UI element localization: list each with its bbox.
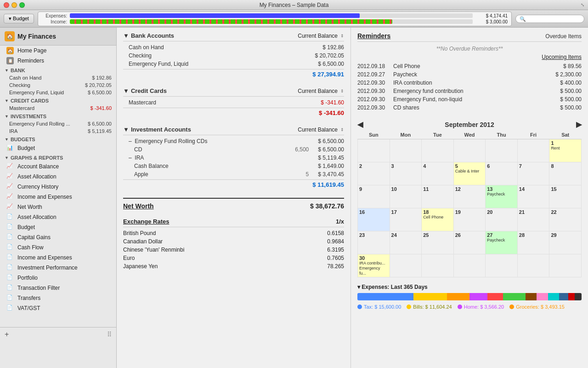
sidebar-item-incomeexpenses[interactable]: 📈 Income and Expenses bbox=[0, 192, 116, 202]
sidebar-item-cashflow[interactable]: 📄 Cash Flow bbox=[0, 242, 116, 253]
close-button[interactable] bbox=[4, 2, 9, 8]
bank-sort-icon[interactable]: ⇕ bbox=[340, 34, 344, 38]
cal-cell-12[interactable]: 12 bbox=[453, 185, 486, 208]
sidebar-item-budget2[interactable]: 📄 Budget bbox=[0, 222, 116, 232]
investment-sort-icon[interactable]: ⇕ bbox=[340, 127, 344, 132]
ef-dash: – Emergency Fund Rolling CDs bbox=[129, 138, 207, 144]
exchange-jpy[interactable]: Japanese Yen 78.265 bbox=[123, 262, 344, 270]
cal-cell-18[interactable]: 18Cell Phone bbox=[422, 208, 454, 231]
add-button[interactable]: + bbox=[5, 330, 9, 339]
cd-row[interactable]: CD 6,500 $ 6,500.00 bbox=[123, 145, 344, 154]
cal-cell[interactable] bbox=[358, 139, 390, 162]
cal-cell-17[interactable]: 17 bbox=[390, 208, 422, 231]
sidebar-item-transfers[interactable]: 📄 Transfers bbox=[0, 293, 116, 303]
sidebar-item-capitalgains[interactable]: 📄 Capital Gains bbox=[0, 232, 116, 242]
sidebar-account-efrolling[interactable]: Emergency Fund Rolling ... $ 6,500.00 bbox=[0, 120, 116, 127]
apple-row[interactable]: Apple 5 $ 3,470.45 bbox=[123, 170, 344, 178]
cal-cell-empty3[interactable] bbox=[453, 254, 486, 277]
minimize-button[interactable] bbox=[11, 2, 17, 8]
exchange-pound[interactable]: British Pound 0.6158 bbox=[123, 229, 344, 237]
cal-cell-16[interactable]: 16 bbox=[358, 208, 390, 231]
ira-row[interactable]: – IRA $ 5,119.45 bbox=[123, 154, 344, 162]
cal-cell-6[interactable]: 6 bbox=[486, 162, 518, 185]
cal-cell-25[interactable]: 25 bbox=[422, 231, 454, 254]
budget-button[interactable]: ▾ Budget bbox=[4, 14, 34, 23]
cal-cell-28[interactable]: 28 bbox=[517, 231, 549, 254]
sidebar-item-vatgst[interactable]: 📄 VAT/GST bbox=[0, 303, 116, 313]
cal-cell-24[interactable]: 24 bbox=[390, 231, 422, 254]
cal-cell-14[interactable]: 14 bbox=[517, 185, 549, 208]
sidebar-item-reminders[interactable]: 📋 Reminders bbox=[0, 56, 116, 66]
sidebar-section-bank[interactable]: ▼ BANK bbox=[0, 66, 116, 74]
cal-cell-4[interactable]: 4 bbox=[422, 162, 454, 185]
cal-cell-2[interactable]: 2 bbox=[358, 162, 390, 185]
sidebar-item-networth[interactable]: 📈 Net Worth bbox=[0, 202, 116, 212]
cash-on-hand-row[interactable]: Cash on Hand $ 192.86 bbox=[123, 43, 344, 52]
sidebar-item-portfolio[interactable]: 📄 Portfolio bbox=[0, 273, 116, 283]
resize-icon[interactable]: ⤡ bbox=[581, 2, 584, 7]
cal-cell[interactable] bbox=[453, 139, 486, 162]
prev-month-button[interactable]: ◀ bbox=[357, 120, 363, 129]
cal-cell-empty5[interactable] bbox=[517, 254, 549, 277]
next-month-button[interactable]: ▶ bbox=[576, 120, 582, 129]
maximize-button[interactable] bbox=[19, 2, 25, 8]
expenses-header[interactable]: ▾ Expenses: Last 365 Days bbox=[357, 284, 582, 290]
sidebar-account-cash[interactable]: Cash on Hand $ 192.86 bbox=[0, 74, 116, 81]
exchange-cad[interactable]: Canadian Dollar 0.9684 bbox=[123, 237, 344, 246]
sidebar-account-emergency[interactable]: Emergency Fund, Liquid $ 6,500.00 bbox=[0, 89, 116, 96]
cal-cell-10[interactable]: 10 bbox=[390, 185, 422, 208]
cal-cell-21[interactable]: 21 bbox=[517, 208, 549, 231]
emergency-row[interactable]: Emergency Fund, Liquid $ 6,500.00 bbox=[123, 60, 344, 68]
cal-cell[interactable] bbox=[390, 139, 422, 162]
sidebar-item-incomeexpenses2[interactable]: 📄 Income and Expenses bbox=[0, 253, 116, 263]
cal-cell-11[interactable]: 11 bbox=[422, 185, 454, 208]
sidebar-section-credit[interactable]: ▼ CREDIT CARDS bbox=[0, 96, 116, 104]
cal-cell-27[interactable]: 27Paycheck bbox=[486, 231, 518, 254]
sidebar-account-ira[interactable]: IRA $ 5,119.45 bbox=[0, 127, 116, 135]
cal-cell-empty1[interactable] bbox=[390, 254, 422, 277]
cal-cell-empty4[interactable] bbox=[486, 254, 518, 277]
cal-cell-5[interactable]: 5Cable & Inter bbox=[453, 162, 486, 185]
sidebar-section-budgets[interactable]: ▼ BUDGETS bbox=[0, 135, 116, 143]
sidebar-item-transfilter[interactable]: 📄 Transaction Filter bbox=[0, 283, 116, 293]
sidebar-section-investments[interactable]: ▼ INVESTMENTS bbox=[0, 112, 116, 120]
cal-cell-8[interactable]: 8 bbox=[549, 162, 582, 185]
sidebar-account-mastercard[interactable]: Mastercard $ -341.60 bbox=[0, 104, 116, 112]
sidebar-item-home[interactable]: 🏠 Home Page bbox=[0, 46, 116, 56]
exchange-cny[interactable]: Chinese 'Yuan' Renminbi 6.3195 bbox=[123, 246, 344, 254]
cal-cell[interactable] bbox=[486, 139, 518, 162]
sidebar-item-investmentperf[interactable]: 📄 Investment Performance bbox=[0, 263, 116, 273]
sidebar-account-checking[interactable]: Checking $ 20,702.05 bbox=[0, 81, 116, 89]
cal-cell-1[interactable]: 1Rent bbox=[549, 139, 582, 162]
cal-cell-empty2[interactable] bbox=[422, 254, 454, 277]
cal-cell-9[interactable]: 9 bbox=[358, 185, 390, 208]
sidebar-item-assetallocation[interactable]: 📈 Asset Allocation bbox=[0, 172, 116, 182]
cal-cell[interactable] bbox=[517, 139, 549, 162]
credit-sort-icon[interactable]: ⇕ bbox=[340, 89, 344, 93]
cal-cell-20[interactable]: 20 bbox=[486, 208, 518, 231]
cal-cell-19[interactable]: 19 bbox=[453, 208, 486, 231]
cal-cell-3[interactable]: 3 bbox=[390, 162, 422, 185]
cal-cell-7[interactable]: 7 bbox=[517, 162, 549, 185]
mastercard-row[interactable]: Mastercard $ -341.60 bbox=[123, 98, 344, 107]
sidebar-item-accountbalance[interactable]: 📈 Account Balance bbox=[0, 161, 116, 172]
sidebar-item-assetallocation2[interactable]: 📄 Asset Allocation bbox=[0, 212, 116, 222]
cal-cell[interactable] bbox=[422, 139, 454, 162]
cal-cell-15[interactable]: 15 bbox=[549, 185, 582, 208]
sidebar-item-currencyhistory[interactable]: 📈 Currency History bbox=[0, 182, 116, 192]
cashbalance-row[interactable]: Cash Balance $ 1,649.00 bbox=[123, 162, 344, 170]
cal-cell-30[interactable]: 30IRA contribu...Emergency fu... bbox=[358, 254, 390, 277]
cal-cell-empty6[interactable] bbox=[549, 254, 582, 277]
cal-cell-29[interactable]: 29 bbox=[549, 231, 582, 254]
cal-cell-23[interactable]: 23 bbox=[358, 231, 390, 254]
sidebar-item-budget[interactable]: 📊 Budget bbox=[0, 143, 116, 153]
sidebar-section-graphs[interactable]: ▼ GRAPHS & REPORTS bbox=[0, 153, 116, 161]
checking-row[interactable]: Checking $ 20,702.05 bbox=[123, 52, 344, 60]
cal-cell-26[interactable]: 26 bbox=[453, 231, 486, 254]
efrolling-row[interactable]: – Emergency Fund Rolling CDs $ 6,500.00 bbox=[123, 137, 344, 145]
cal-cell-13[interactable]: 13Paycheck bbox=[486, 185, 518, 208]
resize-handle[interactable]: ⠿ bbox=[107, 331, 112, 338]
cal-cell-22[interactable]: 22 bbox=[549, 208, 582, 231]
exchange-eur[interactable]: Euro 0.7605 bbox=[123, 254, 344, 262]
search-input[interactable] bbox=[515, 15, 584, 23]
